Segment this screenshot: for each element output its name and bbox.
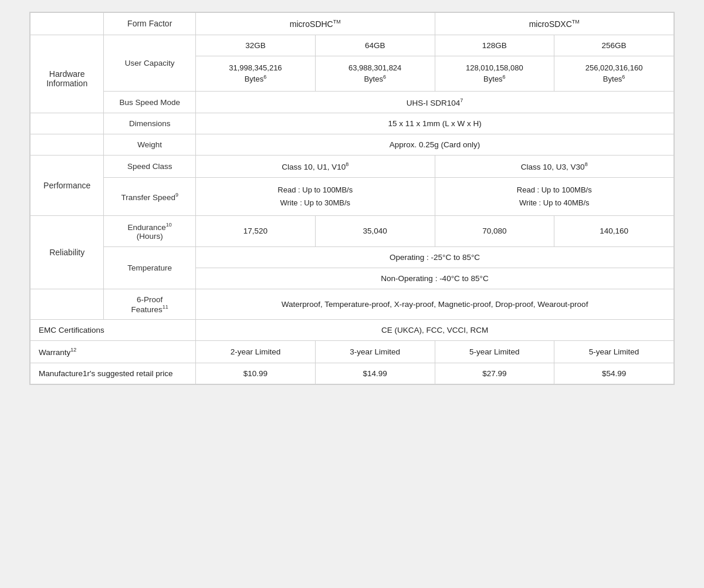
endurance-val2: 35,040: [315, 216, 435, 247]
sixproof-row: 6-Proof Features11 Waterproof, Temperatu…: [31, 289, 674, 320]
performance-section-label: Performance: [31, 156, 104, 216]
capacity-labels-row: Hardware Information User Capacity 32GB …: [31, 35, 674, 56]
speed-class-row: Performance Speed Class Class 10, U1, V1…: [31, 156, 674, 178]
cap-128gb: 128GB: [435, 35, 554, 56]
warranty-row: Warranty12 2-year Limited 3-year Limited…: [31, 341, 674, 363]
transfer-speed-label: Transfer Speed9: [104, 177, 196, 215]
bytes-128gb: 128,010,158,080Bytes6: [435, 56, 554, 91]
dimensions-label: Dimensions: [104, 113, 196, 134]
endurance-val1: 17,520: [196, 216, 316, 247]
dimensions-row: Dimensions 15 x 11 x 1mm (L x W x H): [31, 113, 674, 134]
warranty-col1: 2-year Limited: [196, 341, 316, 363]
endurance-row: Reliability Endurance10 (Hours) 17,520 3…: [31, 216, 674, 247]
price-col4: $54.99: [554, 363, 674, 384]
bus-speed-value: UHS-I SDR1047: [196, 91, 674, 113]
sixproof-value: Waterproof, Temperature-proof, X-ray-pro…: [196, 289, 674, 320]
speed-class-value2: Class 10, U3, V308: [435, 156, 674, 178]
form-factor-row: Form Factor microSDHCTM microSDXCTM: [31, 13, 674, 35]
bytes-256gb: 256,020,316,160Bytes6: [554, 56, 674, 91]
weight-row: Weight Approx. 0.25g (Card only): [31, 134, 674, 156]
speed-class-label: Speed Class: [104, 156, 196, 178]
empty-section3: [31, 289, 104, 320]
price-label: Manufacture1r's suggested retail price: [31, 363, 196, 384]
endurance-val3: 70,080: [435, 216, 554, 247]
warranty-col4: 5-year Limited: [554, 341, 674, 363]
warranty-label: Warranty12: [31, 341, 196, 363]
empty-cell: [31, 13, 104, 35]
price-row: Manufacture1r's suggested retail price $…: [31, 363, 674, 384]
transfer-speed-col34: Read : Up to 100MB/s Write : Up to 40MB/…: [435, 177, 674, 215]
cap-32gb: 32GB: [196, 35, 316, 56]
empty-section2: [31, 134, 104, 156]
temperature-label: Temperature: [104, 246, 196, 289]
emc-value: CE (UKCA), FCC, VCCI, RCM: [196, 320, 674, 341]
temp-operating-value: Operating : -25°C to 85°C: [196, 246, 674, 268]
bus-speed-label: Bus Speed Mode: [104, 91, 196, 113]
sixproof-label: 6-Proof Features11: [104, 289, 196, 320]
form-factor-label: Form Factor: [104, 13, 196, 35]
speed-class-value1: Class 10, U1, V108: [196, 156, 435, 178]
bytes-64gb: 63,988,301,824Bytes6: [315, 56, 435, 91]
transfer-speed-col12: Read : Up to 100MB/s Write : Up to 30MB/…: [196, 177, 435, 215]
price-col1: $10.99: [196, 363, 316, 384]
empty-section: [31, 113, 104, 134]
endurance-label: Endurance10 (Hours): [104, 216, 196, 247]
cap-256gb: 256GB: [554, 35, 674, 56]
warranty-col2: 3-year Limited: [315, 341, 435, 363]
temp-operating-row: Temperature Operating : -25°C to 85°C: [31, 246, 674, 268]
temp-nonoperating-value: Non-Operating : -40°C to 85°C: [196, 268, 674, 289]
user-capacity-label: User Capacity: [104, 35, 196, 91]
warranty-col3: 5-year Limited: [435, 341, 554, 363]
hardware-section-label: Hardware Information: [31, 35, 104, 113]
price-col2: $14.99: [315, 363, 435, 384]
transfer-speed-row: Transfer Speed9 Read : Up to 100MB/s Wri…: [31, 177, 674, 215]
cap-64gb: 64GB: [315, 35, 435, 56]
weight-label: Weight: [104, 134, 196, 156]
dimensions-value: 15 x 11 x 1mm (L x W x H): [196, 113, 674, 134]
endurance-val4: 140,160: [554, 216, 674, 247]
emc-row: EMC Certifications CE (UKCA), FCC, VCCI,…: [31, 320, 674, 341]
bus-speed-row: Bus Speed Mode UHS-I SDR1047: [31, 91, 674, 113]
microsdxc-label: microSDXCTM: [435, 13, 674, 35]
weight-value: Approx. 0.25g (Card only): [196, 134, 674, 156]
reliability-section-label: Reliability: [31, 216, 104, 289]
spec-table-container: Form Factor microSDHCTM microSDXCTM Hard…: [29, 12, 675, 385]
microsdhc-label: microSDHCTM: [196, 13, 435, 35]
bytes-32gb: 31,998,345,216Bytes6: [196, 56, 316, 91]
price-col3: $27.99: [435, 363, 554, 384]
emc-label: EMC Certifications: [31, 320, 196, 341]
